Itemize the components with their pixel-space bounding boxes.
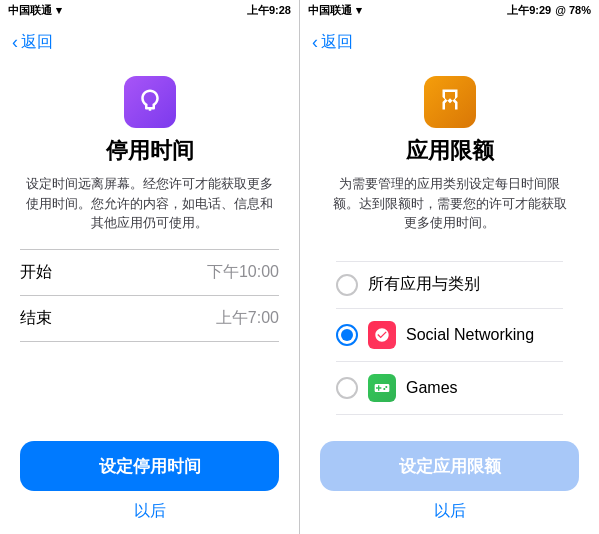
settings-section: 开始 下午10:00 结束 上午7:00 [20,249,279,342]
battery-right: @ 78% [555,4,591,16]
left-content: 停用时间 设定时间远离屏幕。经您许可才能获取更多使用时间。您允许的内容，如电话、… [0,64,299,425]
wifi-icon: ▾ [56,4,62,17]
set-downtime-button[interactable]: 设定停用时间 [20,441,279,491]
category-list: 所有应用与类别 Social Networking [336,261,563,415]
right-desc: 为需要管理的应用类别设定每日时间限额。达到限额时，需要您的许可才能获取更多使用时… [328,174,571,233]
end-value: 上午7:00 [216,308,279,329]
carrier-right: 中国联通 [308,3,352,18]
status-right-left: 上午9:28 [247,3,291,18]
left-title: 停用时间 [106,136,194,166]
back-chevron-left: ‹ [12,32,18,53]
set-apptime-button[interactable]: 设定应用限额 [320,441,579,491]
category-all-label: 所有应用与类别 [368,274,480,295]
carrier-left: 中国联通 [8,3,52,18]
downtime-icon [124,76,176,128]
later-button-left[interactable]: 以后 [134,501,166,522]
games-icon [368,374,396,402]
downtime-svg [135,87,165,117]
status-right-right: 上午9:29 @ 78% [507,3,591,18]
category-games[interactable]: Games [336,362,563,415]
back-label-left: 返回 [21,32,53,53]
back-button-right[interactable]: ‹ 返回 [312,32,353,53]
back-button-left[interactable]: ‹ 返回 [12,32,53,53]
right-title: 应用限额 [406,136,494,166]
status-bar-left: 中国联通 ▾ 上午9:28 [0,0,299,20]
start-row[interactable]: 开始 下午10:00 [20,250,279,296]
right-content: 应用限额 为需要管理的应用类别设定每日时间限额。达到限额时，需要您的许可才能获取… [300,64,599,425]
end-row[interactable]: 结束 上午7:00 [20,296,279,342]
end-label: 结束 [20,308,52,329]
radio-all[interactable] [336,274,358,296]
radio-social[interactable] [336,324,358,346]
right-title-area: 应用限额 为需要管理的应用类别设定每日时间限额。达到限额时，需要您的许可才能获取… [320,64,579,261]
back-chevron-right: ‹ [312,32,318,53]
nav-bar-left: ‹ 返回 [0,20,299,64]
show-all-link[interactable]: 显示所有类别 [336,415,563,426]
category-all[interactable]: 所有应用与类别 [336,261,563,309]
right-panel: 中国联通 ▾ 上午9:29 @ 78% ‹ 返回 应用限额 为需要管理的应用类别… [300,0,599,534]
status-left: 中国联通 ▾ [8,3,62,18]
hourglass-svg [435,87,465,117]
right-bottom: 设定应用限额 以后 [300,425,599,534]
left-bottom: 设定停用时间 以后 [0,425,299,534]
status-left-right: 中国联通 ▾ [308,3,362,18]
left-desc: 设定时间远离屏幕。经您许可才能获取更多使用时间。您允许的内容，如电话、信息和其他… [20,174,279,233]
nav-bar-right: ‹ 返回 [300,20,599,64]
start-label: 开始 [20,262,52,283]
social-icon [368,321,396,349]
time-left: 上午9:28 [247,3,291,18]
apptime-icon [424,76,476,128]
social-label: Social Networking [406,326,534,344]
category-social[interactable]: Social Networking [336,309,563,362]
radio-games[interactable] [336,377,358,399]
start-value: 下午10:00 [207,262,279,283]
time-right: 上午9:29 [507,3,551,18]
category-list-container: 所有应用与类别 Social Networking [320,261,579,426]
games-label: Games [406,379,458,397]
back-label-right: 返回 [321,32,353,53]
later-button-right[interactable]: 以后 [434,501,466,522]
social-svg [374,327,390,343]
status-bar-right: 中国联通 ▾ 上午9:29 @ 78% [300,0,599,20]
left-panel: 中国联通 ▾ 上午9:28 ‹ 返回 停用时间 设定时间远离屏幕。经您许可才能获… [0,0,300,534]
games-svg [374,380,390,396]
wifi-icon-right: ▾ [356,4,362,17]
